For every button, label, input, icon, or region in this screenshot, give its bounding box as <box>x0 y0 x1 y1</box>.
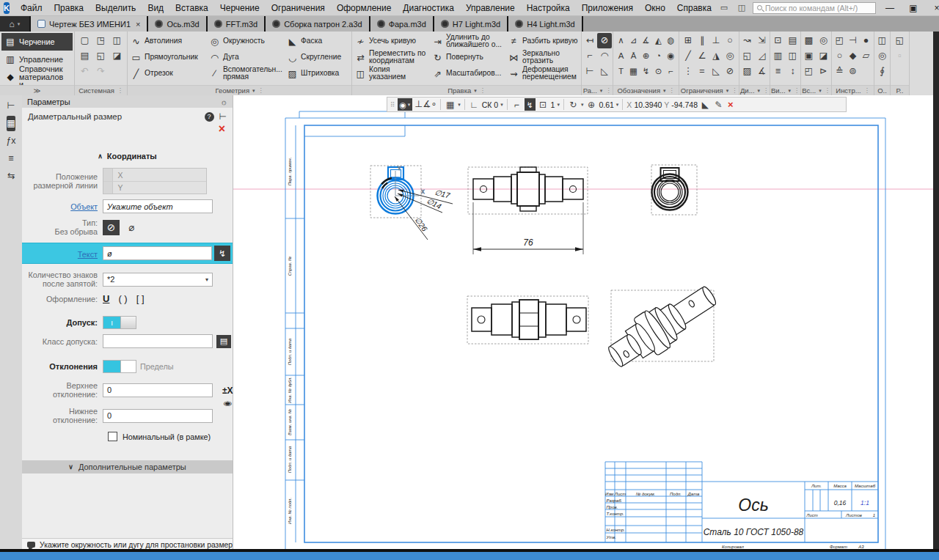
tool-icon[interactable]: Ā <box>627 48 640 64</box>
document-tab[interactable]: Фара.m3d <box>370 16 433 32</box>
tool-icon[interactable]: ⊣ <box>847 33 860 48</box>
x-coordinate-field[interactable]: X <box>103 169 206 181</box>
angle-dimension-icon[interactable]: ◺ <box>597 64 612 79</box>
tool-icon[interactable]: ╱ <box>682 48 695 64</box>
dimension-text-field[interactable]: ø <box>103 246 212 260</box>
tool-icon[interactable]: ▣ <box>802 48 816 64</box>
underline-button[interactable]: U <box>103 293 109 304</box>
lower-deviation-field[interactable]: 0 <box>103 409 213 423</box>
deviations-toggle[interactable] <box>103 360 136 373</box>
ribbon-button[interactable]: ∕ Вспомогательн... прямая <box>208 65 285 81</box>
diameter-dimensions[interactable]: ∅17 ∅14 ∅26 <box>381 178 453 240</box>
document-tab[interactable]: FFT.m3d <box>208 16 264 32</box>
tool-icon[interactable]: ◫ <box>786 48 800 64</box>
close-button[interactable]: × <box>927 3 939 13</box>
tool-icon[interactable]: ⊡ <box>771 33 786 48</box>
decimals-dropdown[interactable]: *2 ▾ <box>103 273 213 287</box>
layers-icon[interactable]: ⊡ <box>538 100 549 110</box>
group-footer[interactable]: О.. <box>874 85 890 95</box>
ribbon-button[interactable]: ≁ Усечь кривую <box>354 33 431 49</box>
tool-icon[interactable]: ⊥ <box>709 33 723 48</box>
tool-icon[interactable]: ▨ <box>740 64 755 79</box>
tool-icon[interactable]: ▫ <box>894 48 907 64</box>
undo-icon[interactable]: ↶ <box>77 64 93 79</box>
parameters-table-icon[interactable]: ▦ <box>7 116 15 131</box>
variables-icon[interactable]: ƒx <box>6 133 15 149</box>
tool-icon[interactable]: ⊿ <box>627 33 640 48</box>
snap-perpendicular-icon[interactable]: ⊥ <box>414 97 423 112</box>
tool-icon[interactable]: ◺ <box>709 64 723 79</box>
tolerance-class-field[interactable] <box>103 334 213 348</box>
menu-item[interactable]: Выделить <box>89 0 142 15</box>
eye-icon[interactable]: ◉ <box>223 399 232 407</box>
ribbon-button[interactable]: ↻ Повернуть <box>431 49 507 65</box>
preview-icon[interactable]: ◱ <box>93 48 109 64</box>
object-link[interactable]: Объект <box>70 202 98 211</box>
home-button[interactable]: ⌂ ▾ <box>0 16 29 32</box>
tool-icon[interactable]: ∡ <box>640 33 652 48</box>
document-tab[interactable]: Ось.m3d <box>148 16 205 32</box>
arc-dimension-icon[interactable]: ◠ <box>597 48 612 64</box>
mode-button[interactable]: ◆ Справочник материалов и... <box>1 68 73 85</box>
auto-dimension-icon[interactable]: ↤ <box>582 33 597 48</box>
section-coordinates[interactable]: ∧ Координаты <box>22 152 233 161</box>
tool-icon[interactable]: ∡ <box>755 64 770 79</box>
tool-icon[interactable]: ◫ <box>876 33 889 48</box>
tool-icon[interactable]: ∠ <box>695 48 709 64</box>
help-icon[interactable]: ? <box>205 112 214 122</box>
group-footer[interactable]: Р.. <box>891 85 909 95</box>
panel-header[interactable]: Параметры ☼ <box>22 95 233 108</box>
group-footer[interactable]: Ви...▾⋮ <box>770 85 800 95</box>
layer-value[interactable]: 1 <box>551 100 555 109</box>
group-footer[interactable]: Ра...▾⋮ <box>582 85 613 95</box>
grid-icon[interactable]: ▦ <box>445 100 456 110</box>
coordinate-system-select[interactable]: СК 0 <box>482 100 498 109</box>
command-cancel-icon[interactable]: × <box>219 124 225 134</box>
tool-icon[interactable]: ⊙ <box>652 64 665 79</box>
group-footer[interactable]: Правка▾⋮ <box>352 85 581 95</box>
open-icon[interactable]: ◳ <box>93 33 109 48</box>
ortho-mode-icon[interactable]: ⌐ <box>511 100 522 110</box>
linear-dimension-icon[interactable]: ⌐ <box>582 48 597 64</box>
tool-icon[interactable]: ◪ <box>816 48 831 64</box>
ribbon-button[interactable]: ⇥ Удлинить до ближайшего о... <box>431 33 507 49</box>
tool-icon[interactable]: Т <box>615 64 627 79</box>
tool-icon[interactable]: А <box>615 48 627 64</box>
new-document-icon[interactable]: ▢ <box>77 33 93 48</box>
nominal-checkbox[interactable] <box>108 432 117 441</box>
print-icon[interactable]: ▤ <box>77 48 93 64</box>
tool-icon[interactable]: ○ <box>723 33 737 48</box>
length-dimension[interactable]: 76 <box>473 202 583 254</box>
screenshot-icon[interactable]: ◫ <box>735 3 748 12</box>
y-coordinate-field[interactable]: Y <box>103 181 206 194</box>
ribbon-button[interactable]: ╱ Отрезок <box>129 65 208 81</box>
menu-item[interactable]: Вставка <box>169 0 214 15</box>
diameter-dimension-icon[interactable]: ⊘ <box>597 33 612 48</box>
tool-icon[interactable]: ◎ <box>876 48 889 64</box>
menu-item[interactable]: Окно <box>639 0 671 15</box>
mode-button[interactable]: ▤ Черчение <box>1 33 73 51</box>
tool-icon[interactable]: ⌐ <box>665 64 677 79</box>
menu-item[interactable]: Приложения <box>576 0 639 15</box>
tool-icon[interactable]: ◉ <box>665 48 677 64</box>
object-field[interactable]: Укажите объект <box>103 199 213 213</box>
close-toolbar-icon[interactable]: × <box>728 99 734 110</box>
group-footer[interactable]: Вс...▾⋮ <box>801 85 831 95</box>
tool-icon[interactable]: ▥ <box>771 48 786 64</box>
menu-item[interactable]: Управление <box>460 0 521 15</box>
ribbon-button[interactable]: ⇗ Масштабиров... <box>431 65 507 81</box>
ribbon-button[interactable]: ⇝ Деформация перемещением <box>507 65 581 81</box>
drawing-canvas[interactable]: Перв. примен. Справ. № Подп. и дата Инв.… <box>233 95 933 552</box>
ribbon-button[interactable]: ≠ Разбить кривую <box>507 33 581 49</box>
text-link[interactable]: Текст <box>78 250 98 259</box>
tool-icon[interactable]: ● <box>860 33 873 48</box>
menu-item[interactable]: Настройка <box>521 0 576 15</box>
ribbon-button[interactable]: ◠ Дуга <box>208 49 285 65</box>
group-footer[interactable]: Системная⋮ <box>75 85 127 95</box>
ribbon-button[interactable]: ∿ Автолиния <box>129 33 208 49</box>
tool-icon[interactable]: ▱ <box>860 48 873 64</box>
menu-item[interactable]: Черчение <box>214 0 266 15</box>
ruler-icon[interactable]: ◣ <box>700 100 711 110</box>
list-icon[interactable]: ≡ <box>8 151 13 166</box>
tool-icon[interactable]: ◔ <box>652 48 665 64</box>
